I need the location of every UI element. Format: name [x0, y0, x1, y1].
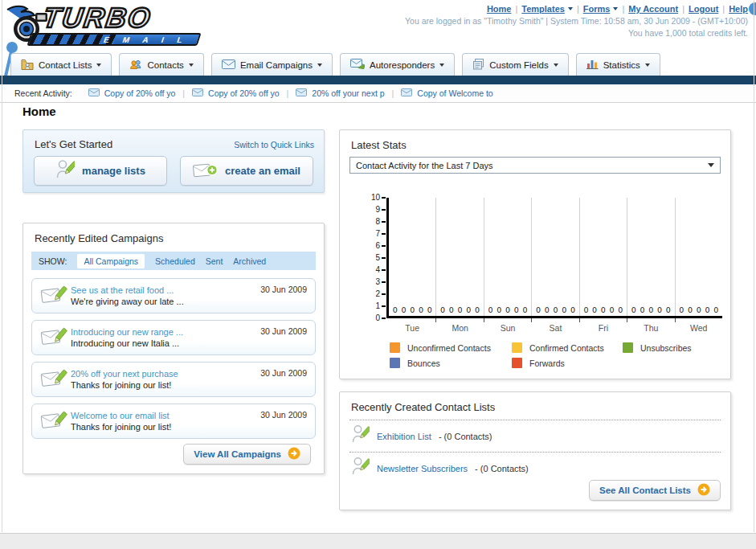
chart-day-group: 00000Fri: [580, 198, 627, 316]
campaign-subtitle: We're giving away our late ...: [71, 296, 260, 307]
create-email-button[interactable]: create an email: [180, 156, 313, 186]
contact-list-link-newsletter-subscribers[interactable]: Newsletter Subscribers: [377, 464, 468, 473]
y-tick-mark: [382, 197, 386, 199]
contact-list-link-exhibition-list[interactable]: Exhibition List: [377, 432, 431, 441]
recent-activity-item: Copy of Welcome to: [401, 88, 492, 98]
chart-day-group: 00000Thu: [627, 198, 675, 316]
see-all-contact-lists-label: See All Contact Lists: [599, 485, 691, 495]
show-label: SHOW:: [39, 256, 67, 266]
chart-value: 0: [570, 305, 575, 314]
tab-contact-lists[interactable]: Contact Lists: [10, 53, 112, 76]
campaigns-filter-bar: SHOW: All CampaignsScheduledSentArchived: [31, 252, 316, 270]
envelope-plus-icon: [193, 162, 218, 181]
campaign-title-link[interactable]: 20% off your next purchase: [71, 368, 260, 379]
contact-lists-list: Exhibition List- (0 Contacts)Newsletter …: [340, 420, 730, 484]
tab-contacts[interactable]: Contacts: [119, 53, 203, 76]
chart-value: 0: [536, 305, 541, 314]
recent-activity-link[interactable]: 20% off your next p: [312, 88, 384, 98]
chevron-down-icon: [96, 64, 101, 69]
manage-lists-button[interactable]: manage lists: [34, 156, 167, 186]
recent-activity-item: Copy of 20% off yo: [88, 88, 176, 98]
recent-activity-link[interactable]: Copy of Welcome to: [417, 88, 492, 98]
top-link-logout[interactable]: Logout: [689, 4, 718, 14]
filter-tab-scheduled[interactable]: Scheduled: [155, 256, 195, 266]
x-tick-label: Tue: [389, 323, 435, 333]
switch-quick-links[interactable]: Switch to Quick Links: [234, 140, 314, 150]
y-tick-mark: [382, 245, 386, 247]
y-tick-mark: [382, 269, 386, 271]
see-all-contact-lists-button[interactable]: See All Contact Lists: [589, 480, 721, 501]
campaign-date: 30 Jun 2009: [260, 326, 307, 336]
navy-divider-bar: [0, 76, 756, 84]
person-pencil-icon: [55, 159, 75, 182]
top-nav-links: Home|Templates|Forms|My Account|Logout|H…: [405, 4, 748, 14]
campaign-subtitle: Thanks for joining our list!: [71, 421, 260, 432]
chart-value-labels: 00000: [532, 305, 578, 314]
filter-tab-all-campaigns[interactable]: All Campaigns: [77, 254, 145, 268]
y-tick-label: 5: [359, 253, 380, 262]
tab-email-campaigns[interactable]: Email Campaigns: [211, 53, 333, 76]
y-tick-mark: [382, 318, 386, 319]
chart-value: 0: [601, 305, 606, 314]
y-tick-mark: [382, 293, 386, 295]
stats-activity-dropdown[interactable]: Contact Activity for the Last 7 Days: [349, 157, 721, 174]
y-tick-label: 9: [359, 205, 380, 214]
legend-item-bounces: Bounces: [390, 358, 512, 368]
chart-day-group: 00000Tue: [389, 198, 436, 316]
tab-autoresponders[interactable]: Autoresponders: [340, 53, 455, 76]
create-email-label: create an email: [225, 165, 300, 177]
top-link-help[interactable]: Help: [729, 4, 748, 14]
chart-value: 0: [640, 305, 645, 314]
legend-label: Unsubscribes: [640, 343, 692, 353]
y-tick-label: 2: [359, 289, 380, 298]
campaign-title-link[interactable]: See us at the retail food ...: [71, 285, 260, 296]
contact-list-count: - (0 Contacts): [475, 464, 529, 473]
campaign-title-link[interactable]: Introducing our new range ...: [71, 326, 260, 338]
logo-email-bar: E M A I L: [27, 33, 201, 46]
tab-statistics[interactable]: Statistics: [576, 53, 660, 76]
page-left-border: [2, 0, 2, 532]
chart-value-labels: 00000: [676, 305, 722, 314]
envelope-pencil-icon: [40, 409, 71, 434]
envelope-icon: [296, 88, 307, 98]
top-link-my-account[interactable]: My Account: [628, 4, 678, 14]
activity-separator: |: [287, 88, 289, 98]
top-link-templates[interactable]: Templates: [521, 4, 573, 14]
chart-value: 0: [440, 305, 445, 314]
filter-tab-sent[interactable]: Sent: [206, 256, 223, 266]
recent-activity-link[interactable]: Copy of 20% off yo: [104, 88, 176, 98]
legend-label: Forwards: [529, 358, 565, 368]
turbo-email-dashboard: TURBO E M A I L Home|Templates|Forms|My …: [0, 0, 756, 549]
campaign-title-link[interactable]: Welcome to our email list: [71, 410, 260, 421]
chart-value: 0: [410, 305, 415, 314]
y-tick-label: 6: [359, 241, 380, 250]
x-tick-label: Sat: [532, 323, 578, 333]
chart-value: 0: [592, 305, 597, 314]
view-all-campaigns-button[interactable]: View All Campaigns: [183, 444, 311, 465]
get-started-title: Let's Get Started: [35, 138, 112, 150]
campaign-item: Introducing our new range ...Introducing…: [31, 320, 316, 355]
top-link-home[interactable]: Home: [487, 4, 512, 14]
top-link-forms[interactable]: Forms: [583, 4, 619, 14]
login-status-text: You are logged in as "Timothy Smith" | S…: [405, 16, 748, 26]
recent-activity-items: Copy of 20% off yo|Copy of 20% off yo|20…: [88, 88, 493, 98]
recent-activity-link[interactable]: Copy of 20% off yo: [208, 88, 280, 98]
filter-tab-archived[interactable]: Archived: [233, 256, 266, 266]
chart-value: 0: [401, 305, 406, 314]
chart-value: 0: [545, 305, 550, 314]
tab-custom-fields[interactable]: Custom Fields: [462, 53, 569, 76]
y-tick-label: 8: [359, 217, 380, 226]
turbo-email-logo[interactable]: TURBO E M A I L: [5, 2, 206, 48]
main-nav-tabs: Contact ListsContactsEmail CampaignsAuto…: [10, 53, 660, 76]
y-tick-label: 0: [359, 313, 380, 322]
chart-value: 0: [618, 305, 623, 314]
envelope-pencil-icon: [40, 326, 71, 350]
annotation-dot-icon: [749, 2, 756, 15]
envelope-icon: [192, 88, 203, 98]
envelope-pencil-icon: [40, 284, 71, 309]
chart-day-group: 00000Sun: [484, 198, 532, 316]
header-user-area: Home|Templates|Forms|My Account|Logout|H…: [405, 4, 748, 38]
y-tick-mark: [382, 233, 386, 235]
campaigns-filter-tabs: All CampaignsScheduledSentArchived: [77, 254, 266, 268]
page-title: Home: [22, 104, 56, 118]
